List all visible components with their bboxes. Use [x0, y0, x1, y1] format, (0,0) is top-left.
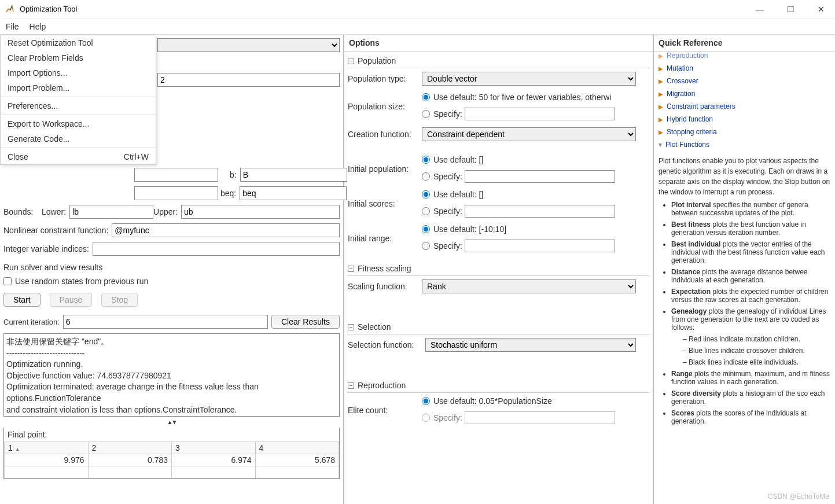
menu-generate-code[interactable]: Generate Code... — [1, 131, 156, 146]
creation-function-select[interactable]: Constraint dependent — [422, 127, 636, 141]
menu-file[interactable]: File — [6, 22, 19, 31]
lower-input[interactable] — [69, 205, 153, 219]
menu-clear-fields[interactable]: Clear Problem Fields — [1, 50, 156, 65]
options-panel: Options −Population Population type: Dou… — [344, 35, 654, 504]
ref-link-stopping[interactable]: Stopping criteria — [667, 128, 717, 136]
b-input[interactable] — [240, 168, 347, 182]
aeq-input[interactable] — [134, 186, 218, 200]
solver-select[interactable] — [157, 38, 340, 52]
pause-button[interactable]: Pause — [50, 293, 93, 307]
col-4[interactable]: 4 — [255, 442, 339, 454]
col-3[interactable]: 3 — [172, 442, 256, 454]
menu-import-problem[interactable]: Import Problem... — [1, 80, 156, 95]
initpop-specify-radio[interactable] — [422, 172, 430, 181]
initpop-default-radio[interactable] — [422, 156, 430, 164]
selection-function-select[interactable]: Stochastic uniform — [425, 338, 636, 352]
start-button[interactable]: Start — [3, 293, 41, 307]
population-type-select[interactable]: Double vector — [422, 72, 636, 86]
results-log[interactable]: 非法使用保留关键字 "end"。 -----------------------… — [3, 333, 340, 417]
menu-import-options[interactable]: Import Options... — [1, 65, 156, 80]
initrange-label: Initial range: — [348, 234, 422, 243]
close-icon[interactable]: ✕ — [818, 5, 825, 14]
quick-reference-panel: Quick Reference ▶Reproduction ▶Mutation … — [654, 35, 835, 504]
arrow-right-icon: ▶ — [659, 129, 663, 135]
options-header: Options — [344, 35, 653, 51]
arrow-right-icon: ▶ — [659, 78, 663, 84]
minimize-icon[interactable]: — — [756, 5, 764, 14]
group-selection: Selection — [358, 322, 391, 332]
initscores-label: Initial scores: — [348, 199, 422, 208]
initrange-specify-radio[interactable] — [422, 242, 430, 250]
final-point-panel: Final point: 1 ▲ 2 3 4 9.976 0.783 6.974… — [3, 428, 340, 479]
initscores-specify-input[interactable] — [465, 205, 615, 218]
collapse-icon[interactable]: − — [348, 266, 354, 272]
arrow-down-icon: ▾ — [659, 141, 662, 149]
table-row: 9.976 0.783 6.974 5.678 — [5, 454, 339, 466]
scaling-function-select[interactable]: Rank — [422, 279, 636, 293]
ref-link-plot-functions[interactable]: Plot Functions — [665, 141, 709, 149]
menu-close[interactable]: Close Ctrl+W — [1, 149, 156, 164]
elite-specify-input[interactable] — [465, 411, 615, 424]
ref-link-hybrid[interactable]: Hybrid function — [667, 115, 713, 123]
initrange-specify-input[interactable] — [465, 240, 615, 252]
final-point-table: 1 ▲ 2 3 4 9.976 0.783 6.974 5.678 — [4, 442, 339, 479]
ref-link-mutation[interactable]: Mutation — [667, 64, 693, 72]
clear-results-button[interactable]: Clear Results — [271, 315, 340, 329]
menubar: File Help — [0, 19, 835, 35]
initpop-specify-input[interactable] — [465, 170, 615, 183]
poptype-label: Population type: — [348, 74, 422, 83]
iteration-label: Current iteration: — [3, 318, 60, 326]
ref-link-crossover[interactable]: Crossover — [667, 77, 698, 85]
initscores-default-radio[interactable] — [422, 190, 430, 198]
nonlcon-label: Nonlinear constraint function: — [3, 226, 108, 235]
arrow-right-icon: ▶ — [659, 116, 663, 123]
final-point-title: Final point: — [4, 428, 339, 442]
upper-input[interactable] — [181, 205, 340, 219]
initpop-label: Initial population: — [348, 164, 422, 174]
lower-label: Lower: — [42, 207, 66, 216]
arrow-right-icon: ▶ — [659, 91, 663, 97]
popsize-specify-input[interactable] — [465, 108, 615, 120]
reference-bullets: Plot interval specifies the number of ge… — [659, 201, 833, 425]
beq-label: beq: — [220, 189, 236, 198]
iteration-input[interactable] — [63, 315, 268, 329]
menu-help[interactable]: Help — [30, 22, 46, 31]
maximize-icon[interactable]: ☐ — [787, 5, 794, 14]
elite-default-radio[interactable] — [422, 397, 430, 405]
popsize-specify-radio[interactable] — [422, 110, 430, 118]
splitter-handle[interactable]: ▲▼ — [3, 419, 340, 425]
reference-intro: Plot functions enable you to plot variou… — [659, 156, 833, 197]
initscores-specify-radio[interactable] — [422, 207, 430, 215]
collapse-icon[interactable]: − — [348, 382, 354, 389]
collapse-icon[interactable]: − — [348, 58, 354, 64]
menu-reset[interactable]: Reset Optimization Tool — [1, 35, 156, 50]
col-1[interactable]: 1 ▲ — [5, 442, 89, 454]
initrange-default-radio[interactable] — [422, 225, 430, 233]
a-input[interactable] — [134, 168, 218, 182]
ref-link-reproduction[interactable]: Reproduction — [667, 51, 708, 60]
ref-link-constraint[interactable]: Constraint parameters — [667, 102, 735, 111]
nonlcon-input[interactable] — [112, 223, 340, 237]
titlebar: Optimization Tool — ☐ ✕ — [0, 0, 835, 19]
arrow-right-icon: ▶ — [659, 53, 663, 59]
selection-label: Selection function: — [348, 340, 425, 350]
elite-label: Elite count: — [348, 406, 422, 415]
random-states-checkbox[interactable] — [3, 277, 12, 285]
bounds-label: Bounds: — [3, 207, 38, 216]
nvars-input[interactable] — [157, 73, 340, 87]
collapse-icon[interactable]: − — [348, 324, 354, 330]
file-menu: Reset Optimization Tool Clear Problem Fi… — [0, 35, 156, 165]
group-fitness: Fitness scaling — [358, 264, 411, 273]
menu-export[interactable]: Export to Workspace... — [1, 116, 156, 131]
ref-link-migration[interactable]: Migration — [667, 90, 695, 98]
upper-label: Upper: — [153, 207, 178, 216]
popsize-default-radio[interactable] — [422, 93, 430, 101]
menu-preferences[interactable]: Preferences... — [1, 98, 156, 113]
stop-button[interactable]: Stop — [101, 293, 138, 307]
beq-input[interactable] — [240, 186, 347, 200]
elite-specify-radio[interactable] — [422, 414, 430, 422]
intcon-input[interactable] — [93, 242, 340, 256]
window-title: Optimization Tool — [20, 5, 77, 13]
creation-label: Creation function: — [348, 130, 422, 139]
col-2[interactable]: 2 — [88, 442, 172, 454]
